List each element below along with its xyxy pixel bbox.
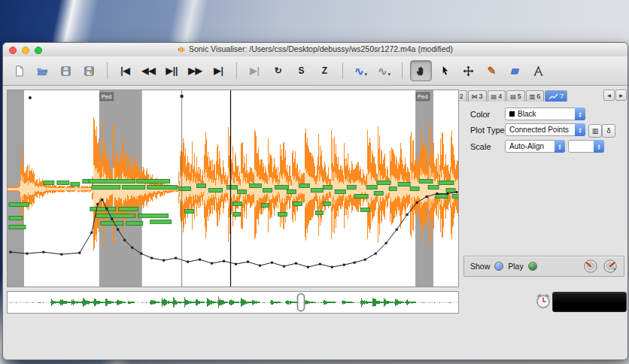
note-rect[interactable] bbox=[119, 207, 138, 211]
data-point[interactable] bbox=[123, 239, 126, 241]
note-rect[interactable] bbox=[237, 190, 246, 193]
note-rect[interactable] bbox=[227, 186, 238, 190]
data-point[interactable] bbox=[78, 252, 81, 254]
note-rect[interactable] bbox=[44, 181, 54, 185]
data-point[interactable] bbox=[101, 199, 103, 201]
data-point[interactable] bbox=[199, 259, 201, 261]
note-rect[interactable] bbox=[126, 221, 143, 225]
data-point[interactable] bbox=[211, 262, 213, 265]
data-point[interactable] bbox=[90, 232, 93, 234]
note-rect[interactable] bbox=[398, 183, 410, 187]
new-session-button[interactable] bbox=[9, 61, 29, 80]
note-rect[interactable] bbox=[89, 180, 135, 184]
note-rect[interactable] bbox=[57, 181, 69, 185]
open-file-button[interactable] bbox=[32, 61, 53, 80]
pane-pan-knob[interactable] bbox=[603, 259, 618, 274]
layer-tab-3[interactable]: ⋈3 bbox=[468, 90, 487, 102]
data-point[interactable] bbox=[259, 265, 261, 267]
tab-scroll-right-button[interactable]: ▶ bbox=[615, 89, 627, 101]
note-rect[interactable] bbox=[446, 189, 455, 193]
overview-pane[interactable] bbox=[7, 291, 459, 314]
note-rect[interactable] bbox=[137, 180, 170, 184]
note-rect[interactable] bbox=[354, 194, 368, 198]
note-rect[interactable] bbox=[374, 191, 383, 195]
note-rect[interactable] bbox=[299, 184, 309, 188]
fast-forward-button[interactable]: ▶▶ bbox=[185, 61, 205, 80]
note-rect[interactable] bbox=[261, 203, 269, 207]
data-point[interactable] bbox=[223, 260, 225, 262]
note-rect[interactable] bbox=[436, 194, 448, 198]
scale-units-select[interactable]: ▲▼ bbox=[568, 140, 604, 153]
titlebar[interactable]: Sonic Visualiser: /Users/css/Desktop/deb… bbox=[3, 43, 627, 57]
data-point[interactable] bbox=[60, 253, 62, 256]
plot-type-select[interactable]: Connected Points ▲▼ bbox=[505, 123, 585, 136]
layer-tab-5[interactable]: ▤5 bbox=[506, 90, 525, 102]
note-rect[interactable] bbox=[428, 186, 439, 190]
data-point[interactable] bbox=[175, 257, 177, 259]
play-loop-button[interactable]: ↻ bbox=[268, 61, 288, 80]
play-pause-button[interactable]: ▶|| bbox=[162, 61, 182, 80]
data-point[interactable] bbox=[150, 257, 153, 259]
tool-select-button[interactable] bbox=[435, 61, 455, 80]
note-rect[interactable] bbox=[278, 212, 287, 216]
play-selection-button[interactable]: ▶| bbox=[245, 61, 265, 80]
note-rect[interactable] bbox=[90, 207, 116, 211]
note-rect[interactable] bbox=[360, 208, 369, 211]
tab-scroll-left-button[interactable]: ◀ bbox=[603, 89, 615, 101]
tool-draw-button[interactable]: ✎ bbox=[482, 61, 502, 80]
note-rect[interactable] bbox=[197, 184, 206, 188]
note-rect[interactable] bbox=[347, 186, 356, 190]
data-point[interactable] bbox=[117, 229, 119, 231]
data-point[interactable] bbox=[96, 203, 99, 205]
note-rect[interactable] bbox=[138, 214, 169, 217]
skip-to-end-button[interactable]: ▶| bbox=[208, 61, 229, 80]
vertical-scale-button[interactable]: ▥ bbox=[588, 124, 602, 138]
data-point[interactable] bbox=[307, 266, 309, 268]
note-rect[interactable] bbox=[9, 202, 29, 206]
data-point[interactable] bbox=[406, 214, 409, 216]
data-point[interactable] bbox=[416, 202, 418, 204]
tool-erase-button[interactable] bbox=[505, 61, 525, 80]
note-rect[interactable] bbox=[123, 186, 145, 190]
data-point[interactable] bbox=[26, 253, 28, 255]
note-rect[interactable] bbox=[263, 189, 272, 193]
play-led-toggle[interactable] bbox=[528, 262, 537, 271]
align-button[interactable]: Z bbox=[314, 61, 335, 80]
note-rect[interactable] bbox=[287, 190, 296, 193]
tool-edit-button[interactable] bbox=[458, 61, 479, 80]
data-point[interactable] bbox=[396, 229, 398, 231]
note-rect[interactable] bbox=[439, 181, 454, 185]
note-rect[interactable] bbox=[377, 181, 390, 185]
scale-down-waveform-button[interactable]: ∿▾ bbox=[374, 61, 394, 80]
note-rect[interactable] bbox=[233, 202, 242, 205]
overview-playhead-pin[interactable] bbox=[298, 294, 305, 311]
save-session-button[interactable] bbox=[56, 61, 76, 80]
note-rect[interactable] bbox=[185, 209, 194, 213]
layer-tab-2[interactable]: ▤2 bbox=[460, 90, 467, 102]
data-point[interactable] bbox=[9, 251, 11, 253]
note-rect[interactable] bbox=[419, 180, 433, 184]
rewind-to-start-button[interactable]: |◀ bbox=[115, 61, 135, 80]
data-point[interactable] bbox=[364, 259, 366, 261]
data-point[interactable] bbox=[456, 191, 458, 193]
note-rect[interactable] bbox=[101, 221, 123, 225]
layer-tab-7[interactable]: 7 bbox=[545, 90, 567, 102]
show-led-toggle[interactable] bbox=[494, 262, 503, 271]
note-rect[interactable] bbox=[9, 225, 26, 229]
data-point[interactable] bbox=[319, 263, 321, 265]
data-point[interactable] bbox=[42, 251, 44, 253]
note-rect[interactable] bbox=[150, 220, 172, 223]
data-point[interactable] bbox=[163, 259, 165, 262]
data-point[interactable] bbox=[111, 218, 113, 220]
note-rect[interactable] bbox=[323, 186, 332, 190]
data-point[interactable] bbox=[343, 264, 345, 266]
note-rect[interactable] bbox=[335, 190, 345, 193]
note-rect[interactable] bbox=[293, 202, 302, 205]
data-point[interactable] bbox=[271, 262, 273, 264]
pane-gain-knob[interactable] bbox=[583, 259, 598, 274]
color-select[interactable]: Black ▲▼ bbox=[505, 108, 585, 120]
data-point[interactable] bbox=[354, 262, 356, 264]
note-rect[interactable] bbox=[209, 189, 223, 193]
rewind-button[interactable]: ◀◀ bbox=[138, 61, 159, 80]
note-rect[interactable] bbox=[389, 187, 397, 191]
